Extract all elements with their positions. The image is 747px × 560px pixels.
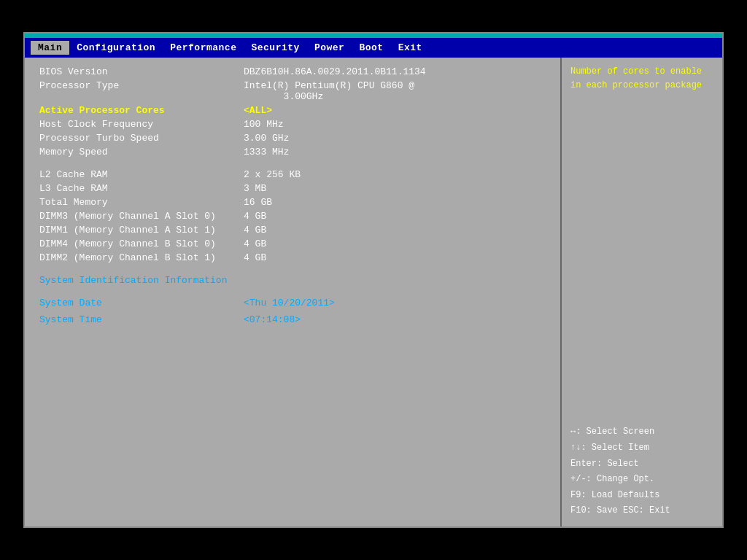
table-row: DIMM2 (Memory Channel B Slot 1)4 GB: [39, 252, 546, 263]
shortcut-item: F10: Save ESC: Exit: [570, 503, 713, 519]
row-label: DIMM1 (Memory Channel A Slot 1): [39, 225, 244, 236]
row-value: 3.00 GHz: [244, 133, 289, 144]
menu-item-main[interactable]: Main: [31, 41, 69, 55]
menu-item-security[interactable]: Security: [244, 41, 306, 55]
table-row: BIOS VersionDBZ6B10H.86A.0029.2011.0B11.…: [39, 66, 546, 77]
shortcut-item: Enter: Select: [570, 456, 713, 472]
row-label: Host Clock Frequency: [39, 119, 244, 130]
system-time-label: System Time: [39, 314, 244, 325]
table-row: DIMM3 (Memory Channel A Slot 0)4 GB: [39, 211, 546, 222]
shortcut-item: ↑↓: Select Item: [570, 440, 713, 456]
side-shortcuts: ↔: Select Screen↑↓: Select ItemEnter: Se…: [570, 424, 713, 519]
row-value: 4 GB: [244, 238, 266, 249]
system-time-value[interactable]: <07:14:08>: [244, 314, 301, 325]
shortcut-item: ↔: Select Screen: [570, 424, 713, 440]
menu-item-exit[interactable]: Exit: [391, 41, 430, 55]
menu-item-power[interactable]: Power: [307, 41, 352, 55]
table-row: Total Memory16 GB: [39, 197, 546, 208]
table-row: Memory Speed1333 MHz: [39, 147, 546, 158]
table-row: Active Processor Cores<ALL>: [39, 105, 546, 116]
side-help-text: Number of cores to enable in each proces…: [570, 65, 713, 93]
table-row: DIMM4 (Memory Channel B Slot 0)4 GB: [39, 238, 546, 249]
row-label: DIMM3 (Memory Channel A Slot 0): [39, 211, 244, 222]
system-time-row: System Time<07:14:08>: [39, 314, 546, 328]
row-value: Intel(R) Pentium(R) CPU G860 @ 3.00GHz: [244, 80, 414, 102]
row-label: Processor Turbo Speed: [39, 133, 244, 144]
main-panel: BIOS VersionDBZ6B10H.86A.0029.2011.0B11.…: [25, 58, 562, 526]
row-value: 16 GB: [244, 197, 272, 208]
row-value: 4 GB: [244, 252, 266, 263]
table-row: L2 Cache RAM2 x 256 KB: [39, 169, 546, 180]
row-label: L3 Cache RAM: [39, 183, 244, 194]
menu-item-configuration[interactable]: Configuration: [69, 41, 163, 55]
menu-bar: MainConfigurationPerformanceSecurityPowe…: [25, 38, 722, 58]
row-label: BIOS Version: [39, 66, 244, 77]
row-label: L2 Cache RAM: [39, 169, 244, 180]
system-identification-link[interactable]: System Identification Information: [39, 275, 546, 286]
table-row: L3 Cache RAM3 MB: [39, 183, 546, 194]
system-date-value[interactable]: <Thu 10/20/2011>: [244, 298, 335, 308]
row-value: 3 MB: [244, 183, 266, 194]
content-area: BIOS VersionDBZ6B10H.86A.0029.2011.0B11.…: [25, 58, 722, 526]
row-value: 1333 MHz: [244, 147, 289, 158]
table-row: Processor Turbo Speed3.00 GHz: [39, 133, 546, 144]
menu-item-boot[interactable]: Boot: [352, 41, 390, 55]
row-value: 4 GB: [244, 225, 266, 236]
row-value: 100 MHz: [244, 119, 284, 130]
row-value: 4 GB: [244, 211, 266, 222]
row-label: Memory Speed: [39, 147, 244, 158]
row-label: Processor Type: [39, 80, 244, 102]
table-row: Host Clock Frequency100 MHz: [39, 119, 546, 130]
system-date-label: System Date: [39, 298, 244, 308]
row-label: Active Processor Cores: [39, 105, 244, 116]
side-panel: Number of cores to enable in each proces…: [562, 58, 722, 526]
row-value: 2 x 256 KB: [244, 169, 301, 180]
shortcut-item: +/-: Change Opt.: [570, 472, 713, 488]
row-label: DIMM2 (Memory Channel B Slot 1): [39, 252, 244, 263]
row-label: Total Memory: [39, 197, 244, 208]
shortcut-item: F9: Load Defaults: [570, 488, 713, 504]
row-value: DBZ6B10H.86A.0029.2011.0B11.1134: [244, 66, 426, 77]
table-row: Processor TypeIntel(R) Pentium(R) CPU G8…: [39, 80, 546, 102]
row-label: DIMM4 (Memory Channel B Slot 0): [39, 238, 244, 249]
table-row: DIMM1 (Memory Channel A Slot 1)4 GB: [39, 225, 546, 236]
menu-item-performance[interactable]: Performance: [163, 41, 244, 55]
row-value[interactable]: <ALL>: [244, 105, 272, 116]
system-date-row: System Date<Thu 10/20/2011>: [39, 298, 546, 311]
